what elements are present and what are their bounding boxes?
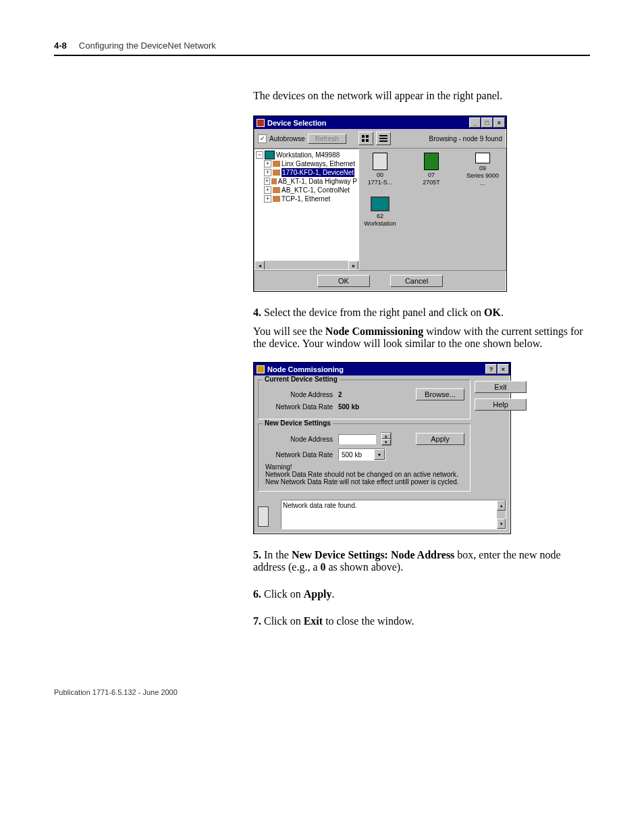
expand-icon[interactable]: + [264, 178, 270, 185]
tree-item-selected[interactable]: 1770-KFD-1, DeviceNet [281, 168, 354, 177]
help-button[interactable]: ? [485, 364, 497, 374]
device-id: 09 [479, 165, 486, 172]
view-list-button[interactable] [376, 132, 391, 145]
step-6: 6. Click on Apply. [253, 588, 590, 600]
data-rate-label: Network Data Rate [265, 403, 333, 411]
browse-button[interactable]: Browse... [416, 388, 464, 400]
cancel-button[interactable]: Cancel [390, 275, 443, 287]
spin-down-icon[interactable]: ▾ [381, 439, 391, 445]
window-title: Device Selection [267, 119, 326, 127]
step-number: 7. [253, 615, 261, 627]
data-rate-value: 500 kb [338, 403, 359, 411]
app-icon [257, 119, 265, 127]
tree-item[interactable]: TCP-1, Ethernet [281, 194, 330, 203]
node-address-spinner[interactable]: ▴▾ [381, 432, 392, 446]
expand-icon[interactable]: + [264, 195, 271, 203]
tree-view-icon [362, 135, 370, 142]
horizontal-scrollbar[interactable]: ◂ ▸ [254, 261, 358, 269]
intro-text: The devices on the network will appear i… [253, 90, 590, 102]
svg-rect-6 [379, 140, 387, 142]
page-number: 4-8 [54, 41, 67, 51]
data-rate-selected: 500 kb [339, 450, 374, 459]
step-bold: Apply [304, 588, 332, 600]
minimize-button[interactable]: _ [469, 118, 481, 128]
view-icons-button[interactable] [358, 132, 373, 145]
expand-icon[interactable]: + [264, 160, 271, 167]
network-icon [273, 196, 280, 202]
step-number: 5. [253, 549, 261, 561]
node-address-label: Node Address [265, 391, 333, 398]
autobrowse-label: Autobrowse [269, 135, 305, 142]
device-id: 07 [428, 172, 435, 179]
warning-line: Network Data Rate should not be changed … [265, 471, 458, 478]
follow-bold: Node Commissioning [325, 325, 423, 337]
node-address-label: Node Address [265, 436, 333, 443]
expand-icon[interactable]: + [264, 169, 271, 176]
svg-rect-4 [379, 135, 387, 136]
dropdown-arrow-icon[interactable]: ▾ [374, 449, 385, 460]
data-rate-label: Network Data Rate [265, 451, 333, 459]
expand-icon[interactable]: + [264, 186, 271, 194]
step-text: Click on [264, 615, 304, 627]
section-title: Configuring the DeviceNet Network [79, 41, 216, 51]
tree-item[interactable]: Linx Gateways, Ethernet [281, 159, 355, 168]
device-item[interactable]: 07 2705T [413, 153, 450, 187]
current-device-group: Current Device Setting Node Address 2 Br… [258, 380, 471, 419]
vertical-scrollbar[interactable]: ▴ ▾ [497, 500, 506, 529]
close-button[interactable]: × [493, 118, 505, 128]
spin-up-icon[interactable]: ▴ [381, 433, 391, 439]
workstation-icon [265, 151, 275, 159]
scroll-left-icon[interactable]: ◂ [254, 261, 265, 270]
device-id: 00 [377, 172, 383, 179]
step-text: Select the device from the right panel a… [264, 307, 484, 318]
maximize-button[interactable]: □ [481, 118, 493, 128]
network-icon [273, 187, 280, 193]
svg-rect-3 [366, 139, 369, 142]
group-legend: New Device Settings [263, 419, 333, 427]
toolbar: ✓ Autobrowse Refresh Browsing - node 9 f… [254, 129, 506, 149]
step-4: 4. Select the device from the right pane… [253, 307, 590, 319]
step-bold: New Device Settings: Node Address [292, 549, 454, 561]
node-address-value: 2 [338, 391, 342, 398]
scroll-down-icon[interactable]: ▾ [497, 519, 506, 529]
tree-item[interactable]: AB_KT-1, Data Highway P [278, 177, 357, 186]
log-message: Network data rate found. [283, 502, 357, 509]
svg-rect-5 [379, 138, 387, 139]
step-bold: OK [484, 307, 501, 318]
device-item[interactable]: 00 1771-S... [362, 153, 398, 187]
module-icon [424, 153, 439, 170]
device-item[interactable]: 62 Workstation [362, 197, 398, 228]
sensor-icon [475, 153, 490, 163]
network-icon [271, 178, 277, 184]
tree-pane[interactable]: −Workstation, M49988 +Linx Gateways, Eth… [254, 149, 359, 270]
follow-text: You will see the [253, 325, 325, 337]
log-textbox[interactable]: Network data rate found. ▴ ▾ [281, 500, 506, 529]
module-icon [373, 153, 387, 170]
data-rate-select[interactable]: 500 kb ▾ [338, 448, 385, 461]
close-button[interactable]: × [498, 364, 509, 374]
tree-item[interactable]: AB_KTC-1, ControlNet [281, 186, 350, 194]
step-text: as shown above). [326, 561, 404, 573]
step-text: . [331, 588, 334, 600]
step-text: . [501, 307, 504, 318]
ok-button[interactable]: OK [317, 275, 370, 287]
help-button[interactable]: Help [475, 398, 527, 411]
tree-root[interactable]: Workstation, M49988 [276, 151, 340, 159]
network-icon [273, 170, 280, 176]
scroll-right-icon[interactable]: ▸ [348, 261, 358, 270]
publication-footer: Publication 1771-6.5.132 - June 2000 [54, 688, 590, 696]
app-icon [257, 365, 265, 373]
exit-button[interactable]: Exit [475, 381, 527, 393]
scroll-up-icon[interactable]: ▴ [497, 500, 506, 511]
device-item[interactable]: 09 Series 9000 ... [464, 153, 501, 187]
svg-rect-2 [366, 135, 369, 138]
svg-rect-1 [362, 139, 365, 142]
collapse-icon[interactable]: − [256, 151, 263, 159]
node-address-input[interactable]: 0 [338, 434, 376, 444]
svg-rect-0 [362, 135, 365, 138]
refresh-button[interactable]: Refresh [308, 134, 346, 144]
autobrowse-checkbox[interactable]: ✓ [258, 134, 267, 143]
device-label: 1771-S... [368, 179, 393, 186]
apply-button[interactable]: Apply [416, 433, 464, 445]
window-title: Node Commissioning [267, 365, 344, 373]
